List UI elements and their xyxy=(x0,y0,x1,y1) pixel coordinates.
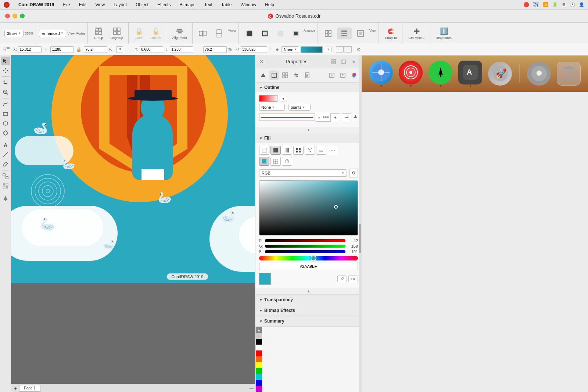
fill-collapse-bar[interactable]: ▲ xyxy=(255,288,362,295)
arrange-btn4[interactable]: 🔳 xyxy=(288,28,303,39)
color-picker-handle[interactable] xyxy=(334,205,338,209)
b-slider[interactable] xyxy=(265,250,345,253)
more-coordbar-icon[interactable]: ⚙ xyxy=(356,47,361,53)
fill-gradient-btn[interactable] xyxy=(282,146,292,155)
menubar-file[interactable]: File xyxy=(61,1,71,8)
node-edit-tool[interactable] xyxy=(1,66,10,75)
panel-tab-export[interactable] xyxy=(338,71,348,80)
palette-blue[interactable] xyxy=(256,380,262,386)
dock-prefs[interactable] xyxy=(527,62,551,86)
menubar-edit[interactable]: Edit xyxy=(78,1,88,8)
minimize-button[interactable] xyxy=(12,14,17,18)
outline-more-icon[interactable]: ••• xyxy=(323,114,329,120)
page-overflow-button[interactable]: ••• xyxy=(249,386,254,391)
zoom-tool[interactable] xyxy=(1,88,10,97)
fill-pattern-btn[interactable] xyxy=(293,146,304,155)
h2-input[interactable] xyxy=(203,46,227,53)
outline-cap2[interactable] xyxy=(342,113,351,121)
palette-orange[interactable] xyxy=(256,356,262,362)
palette-yellow[interactable] xyxy=(256,362,262,368)
outline-color-dropdown[interactable]: ▼ xyxy=(280,96,287,101)
color-picker-box[interactable] xyxy=(259,180,358,235)
outline-collapse-icon[interactable]: ▲ xyxy=(353,113,358,121)
menubar-app[interactable]: CorelDRAW 2019 xyxy=(17,1,55,8)
panel-scrollbar[interactable] xyxy=(359,55,362,392)
fill-mesh-btn[interactable] xyxy=(270,157,281,166)
menubar-effects[interactable]: Effects xyxy=(156,1,172,8)
fill-more-btn[interactable]: ⋯ xyxy=(327,146,338,155)
outline-unit-dropdown[interactable]: points ▼ xyxy=(288,104,311,111)
panel-tab-doc[interactable] xyxy=(302,71,312,80)
dock-textsoap[interactable]: A xyxy=(458,61,482,87)
select-tool[interactable] xyxy=(1,57,10,65)
palette-green[interactable] xyxy=(256,368,262,374)
fill-solid-btn[interactable] xyxy=(270,146,281,155)
swatch-more-btn[interactable]: ••• xyxy=(348,276,358,282)
palette-magenta[interactable] xyxy=(256,386,262,392)
panel-tab-color[interactable] xyxy=(349,71,359,80)
arrange-btn2[interactable]: 🔲 xyxy=(257,28,272,39)
menubar-bitmaps[interactable]: Bitmaps xyxy=(178,1,197,8)
hex-color-input[interactable] xyxy=(259,263,358,270)
outline-collapse-bar[interactable]: ▲ xyxy=(255,127,362,133)
mirror-h-button[interactable] xyxy=(196,28,210,39)
panel-tab-fx[interactable]: fx xyxy=(291,71,301,80)
dock-screenium[interactable] xyxy=(399,61,423,87)
outline-color-swatch[interactable] xyxy=(259,95,277,102)
panel-tab-grid[interactable] xyxy=(280,71,290,80)
bitmap-effects-header[interactable]: ▼ Bitmap Effects xyxy=(255,305,362,316)
panel-settings-icon[interactable] xyxy=(350,58,358,66)
dock-trash[interactable] xyxy=(557,62,581,86)
width-input[interactable] xyxy=(50,46,74,53)
palette-black[interactable] xyxy=(256,339,262,345)
hue-slider-handle[interactable] xyxy=(311,255,316,261)
close-button[interactable] xyxy=(5,14,10,18)
snap-to-button[interactable]: 🧲 Snap To xyxy=(382,25,400,41)
menubar-object[interactable]: Object xyxy=(134,1,150,8)
fill-texture-btn[interactable] xyxy=(305,146,315,155)
fill-uniform-btn[interactable] xyxy=(259,157,269,166)
crop-tool[interactable] xyxy=(1,78,10,87)
dock-inkpen[interactable] xyxy=(429,61,452,87)
lock-button[interactable]: 🔒 Lock xyxy=(132,25,146,41)
fill-section-header[interactable]: ▼ Fill xyxy=(255,133,362,143)
palette-red[interactable] xyxy=(256,350,262,356)
eyedropper-tool[interactable] xyxy=(1,160,10,169)
color-model-dropdown[interactable]: RGB ▼ xyxy=(259,169,347,177)
palette-none[interactable] xyxy=(256,333,262,339)
fullscreen-button[interactable] xyxy=(20,14,25,18)
menubar-layout[interactable]: Layout xyxy=(112,1,128,8)
polygon-tool[interactable] xyxy=(1,129,10,137)
dock-finder[interactable] xyxy=(369,61,393,87)
transparency-section-header[interactable]: ▼ Transparency xyxy=(255,295,362,305)
fill-type-dropdown[interactable]: None ▼ xyxy=(282,46,299,53)
ungroup-button[interactable]: Ungroup xyxy=(107,25,126,41)
mirror-v-button[interactable] xyxy=(212,28,226,39)
xy-lock-icon[interactable]: ↔ xyxy=(44,47,48,52)
rect-tool[interactable] xyxy=(1,109,10,118)
palette-cyan[interactable] xyxy=(256,374,262,380)
transform-tool[interactable] xyxy=(1,172,10,181)
text-tool[interactable]: A xyxy=(1,141,10,150)
g-slider[interactable] xyxy=(265,245,345,248)
freehand-tool[interactable] xyxy=(1,100,10,109)
fill-smart-btn[interactable] xyxy=(282,157,292,166)
panel-tab-outline[interactable] xyxy=(269,71,279,80)
apple-logo[interactable] xyxy=(4,2,10,8)
yx-lock-icon[interactable]: ↕ xyxy=(165,47,168,52)
menubar-help[interactable]: Help xyxy=(263,1,276,8)
height-input[interactable] xyxy=(170,46,193,53)
inspectors-button[interactable]: ℹ️ Inspectors xyxy=(433,25,455,41)
line-tool[interactable] xyxy=(1,150,10,159)
panel-tab-import[interactable] xyxy=(327,71,337,80)
dock-rocket[interactable]: 🚀 xyxy=(488,62,512,86)
hue-slider[interactable] xyxy=(259,256,358,260)
panel-scrollbar-thumb[interactable] xyxy=(359,224,361,253)
add-page-button[interactable]: + xyxy=(12,385,18,391)
view-mode-dropdown[interactable]: Enhanced ▼ xyxy=(39,30,66,37)
outline-line-dropdown[interactable]: ▼ ••• xyxy=(316,113,331,122)
chain-lock[interactable] xyxy=(116,46,123,53)
unlock-button[interactable]: 🔓 Unlock xyxy=(148,25,164,41)
x-input[interactable] xyxy=(18,46,42,53)
outline-cap1[interactable] xyxy=(331,113,340,121)
